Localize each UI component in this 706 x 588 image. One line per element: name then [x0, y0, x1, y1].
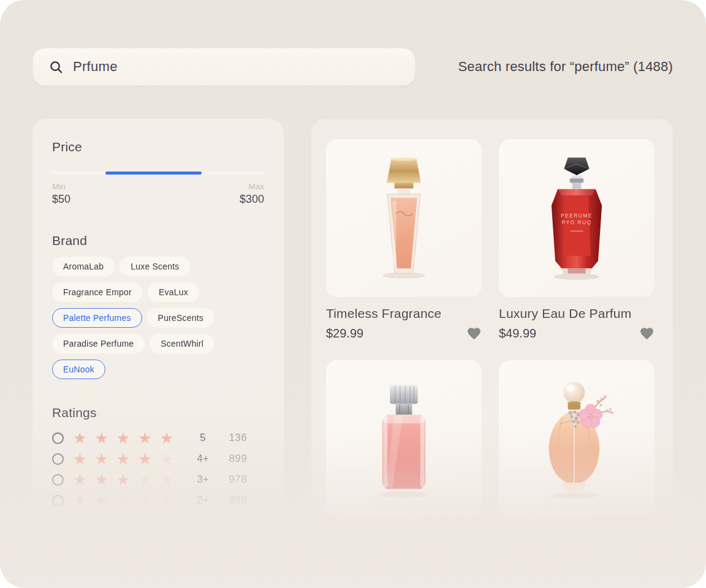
radio-icon[interactable] [52, 516, 64, 527]
brand-chip-list: AromaLab Luxe Scents Fragrance Empor Eva… [52, 257, 264, 379]
product-results-panel: Timeless Fragrance $29.99 [311, 119, 673, 528]
rating-count: 899 [215, 453, 264, 465]
brand-chip-luxe-scents[interactable]: Luxe Scents [120, 257, 190, 276]
rating-option-4plus[interactable]: ★★★★★ 4+ 899 [52, 448, 264, 469]
brand-chip-palette-perfumes[interactable]: Palette Perfumes [52, 308, 142, 328]
section-divider [52, 391, 264, 392]
price-section-title: Price [52, 140, 264, 154]
svg-text:RYO RUQ: RYO RUQ [561, 220, 591, 225]
favorite-heart-icon[interactable] [639, 326, 655, 341]
radio-icon[interactable] [52, 495, 64, 507]
pink-rectangular-bottle-illustration [360, 376, 448, 502]
price-slider-fill[interactable] [105, 172, 202, 175]
product-title[interactable]: Luxury Eau De Parfum [499, 306, 655, 321]
brand-chip-eunook[interactable]: EuNook [52, 360, 105, 379]
search-bar[interactable] [32, 48, 416, 86]
peach-curved-bottle-flower-illustration [533, 376, 621, 502]
rating-count: 988 [215, 494, 264, 507]
flower-decoration [579, 404, 602, 428]
product-image[interactable]: PEERUME RYO RUQ [499, 139, 655, 297]
star-rating-icon: ★★★★★ [73, 431, 191, 446]
product-grid: Timeless Fragrance $29.99 [326, 139, 658, 518]
rating-option-5[interactable]: ★★★★★ 5 136 [52, 428, 264, 448]
product-image[interactable] [326, 360, 482, 518]
star-rating-icon: ★★★★★ [73, 493, 191, 508]
brand-chip-evalux[interactable]: EvaLux [148, 282, 199, 302]
search-input[interactable] [73, 59, 399, 75]
price-max-label: Max [248, 182, 264, 191]
rating-count: 978 [215, 473, 264, 486]
search-icon [49, 60, 63, 74]
product-card[interactable] [499, 360, 655, 518]
product-price: $49.99 [499, 326, 536, 341]
radio-icon[interactable] [52, 453, 64, 465]
star-rating-icon: ★★★★★ [73, 514, 191, 529]
product-price: $29.99 [326, 326, 363, 341]
red-faceted-bottle-illustration: PEERUME RYO RUQ [533, 155, 621, 281]
price-range-slider[interactable] [52, 172, 264, 175]
rating-label: 3+ [191, 473, 215, 486]
brand-chip-purescents[interactable]: PureScents [147, 308, 214, 328]
section-divider [52, 218, 264, 219]
rating-filter-list: ★★★★★ 5 136 ★★★★★ 4+ 899 ★★★★★ 3+ 978 ★★… [52, 428, 264, 532]
rating-label: 2+ [191, 494, 215, 507]
product-card-timeless-fragrance[interactable]: Timeless Fragrance $29.99 [326, 139, 482, 341]
brand-chip-scentwhirl[interactable]: ScentWhirl [150, 334, 214, 353]
product-title[interactable]: Timeless Fragrance [326, 306, 482, 321]
ratings-section-title: Ratings [52, 405, 264, 420]
peach-tapered-bottle-illustration [360, 155, 448, 281]
product-card-luxury-eau-de-parfum[interactable]: PEERUME RYO RUQ Luxury Eau De Parfum $49… [499, 139, 655, 341]
rating-count: 997 [215, 515, 264, 527]
search-results-page: Search results for “perfume” (1488) Pric… [0, 0, 706, 588]
radio-icon[interactable] [52, 432, 64, 444]
brand-section-title: Brand [52, 233, 264, 248]
price-min-value: $50 [52, 193, 70, 206]
brand-chip-aromalab[interactable]: AromaLab [52, 257, 115, 276]
product-card[interactable] [326, 360, 482, 518]
rating-option-2plus[interactable]: ★★★★★ 2+ 988 [52, 490, 264, 511]
rating-count: 136 [215, 432, 264, 444]
rating-option-1plus[interactable]: ★★★★★ 1+ 997 [52, 511, 264, 532]
rating-label: 4+ [191, 453, 215, 465]
star-rating-icon: ★★★★★ [73, 472, 191, 488]
brand-chip-paradise-perfume[interactable]: Paradise Perfume [52, 334, 145, 353]
rating-option-3plus[interactable]: ★★★★★ 3+ 978 [52, 469, 264, 490]
product-image[interactable] [499, 360, 655, 518]
svg-text:PEERUME: PEERUME [561, 213, 592, 219]
rating-label: 1+ [191, 515, 215, 527]
star-rating-icon: ★★★★★ [73, 451, 191, 467]
price-min-label: Min [52, 182, 66, 191]
brand-chip-fragrance-empor[interactable]: Fragrance Empor [52, 282, 143, 302]
radio-icon[interactable] [52, 474, 64, 486]
search-results-count: Search results for “perfume” (1488) [458, 48, 673, 86]
price-max-value: $300 [240, 193, 264, 206]
filters-sidebar: Price Min Max $50 $300 Brand AromaLab Lu… [32, 119, 284, 516]
rating-label: 5 [191, 432, 215, 444]
product-image[interactable] [326, 139, 482, 297]
favorite-heart-icon[interactable] [466, 326, 482, 341]
